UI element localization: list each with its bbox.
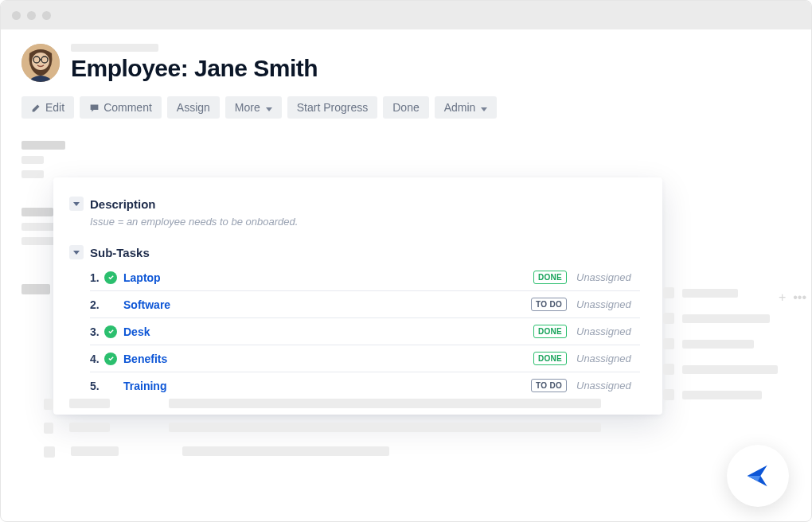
comment-button-label: Comment: [103, 101, 152, 114]
subtask-number: 2.: [90, 298, 104, 311]
help-fab[interactable]: [727, 445, 789, 507]
app-window: Employee: Jane Smith Edit Comment Assign…: [0, 0, 812, 522]
assign-button-label: Assign: [177, 101, 210, 114]
check-circle-icon: [104, 353, 117, 365]
page-header: Employee: Jane Smith: [21, 44, 791, 82]
subtask-assignee: Unassigned: [576, 353, 640, 364]
chevron-down-icon: [264, 101, 272, 114]
employee-avatar: [21, 44, 60, 82]
admin-button[interactable]: Admin: [435, 96, 498, 119]
window-titlebar: [1, 1, 811, 29]
subtask-link[interactable]: Desk: [123, 325, 533, 338]
check-circle-icon: [104, 271, 117, 284]
start-progress-button[interactable]: Start Progress: [287, 96, 377, 119]
assign-button[interactable]: Assign: [167, 96, 220, 119]
subtask-row: 4.BenefitsDONEUnassigned: [90, 345, 640, 372]
collapse-subtasks-button[interactable]: [69, 245, 84, 259]
window-control-close[interactable]: [12, 11, 21, 20]
description-text: Issue = an employee needs to be onboarde…: [90, 216, 640, 228]
status-badge: TO DO: [531, 298, 567, 311]
subtask-number: 5.: [90, 380, 104, 392]
description-heading: Description: [90, 197, 156, 211]
description-section-header: Description: [69, 197, 640, 211]
bottom-skeleton: [44, 399, 601, 470]
subtask-number: 3.: [90, 325, 104, 338]
more-button[interactable]: More: [225, 96, 282, 119]
chevron-down-icon: [479, 101, 487, 114]
subtask-link[interactable]: Laptop: [123, 271, 533, 284]
subtask-link[interactable]: Training: [123, 380, 531, 392]
subtask-number: 4.: [90, 353, 104, 365]
action-toolbar: Edit Comment Assign More Start Progress …: [21, 96, 791, 119]
subtask-link[interactable]: Software: [123, 298, 531, 311]
page-title: Employee: Jane Smith: [71, 55, 318, 82]
pencil-icon: [31, 103, 41, 113]
subtask-assignee: Unassigned: [576, 380, 640, 392]
status-badge: DONE: [533, 271, 567, 284]
page-content: Employee: Jane Smith Edit Comment Assign…: [1, 29, 811, 119]
window-control-maximize[interactable]: [42, 11, 51, 20]
issue-detail-card: Description Issue = an employee needs to…: [53, 177, 662, 415]
subtask-row: 5.TrainingTO DOUnassigned: [90, 372, 640, 399]
collapse-description-button[interactable]: [69, 197, 84, 211]
status-badge: DONE: [533, 325, 567, 338]
status-badge: DONE: [533, 352, 567, 365]
done-button-label: Done: [392, 101, 419, 114]
subtask-link[interactable]: Benefits: [123, 353, 533, 365]
done-button[interactable]: Done: [383, 96, 428, 119]
comment-icon: [89, 103, 100, 113]
subtask-assignee: Unassigned: [576, 298, 640, 310]
edit-button-label: Edit: [45, 101, 64, 114]
subtask-assignee: Unassigned: [576, 271, 640, 283]
window-control-minimize[interactable]: [27, 11, 36, 20]
comment-button[interactable]: Comment: [80, 96, 162, 119]
subtask-list: 1.LaptopDONEUnassigned2.SoftwareTO DOUna…: [90, 264, 640, 399]
subtasks-section-header: Sub-Tasks: [69, 245, 640, 259]
right-panel-skeleton: [663, 287, 791, 415]
breadcrumb-placeholder: [71, 44, 158, 52]
subtasks-heading: Sub-Tasks: [90, 246, 150, 259]
subtask-row: 3.DeskDONEUnassigned: [90, 318, 640, 345]
sidebar-skeleton-3: [21, 284, 50, 301]
start-progress-label: Start Progress: [297, 101, 368, 114]
subtask-number: 1.: [90, 271, 104, 284]
edit-button[interactable]: Edit: [21, 96, 74, 119]
subtask-row: 2.SoftwareTO DOUnassigned: [90, 291, 640, 318]
send-icon: [742, 460, 774, 492]
subtask-row: 1.LaptopDONEUnassigned: [90, 264, 640, 291]
status-badge: TO DO: [531, 379, 567, 392]
check-circle-icon: [104, 325, 117, 338]
more-button-label: More: [235, 101, 260, 114]
admin-button-label: Admin: [444, 101, 476, 114]
subtask-assignee: Unassigned: [576, 325, 640, 337]
